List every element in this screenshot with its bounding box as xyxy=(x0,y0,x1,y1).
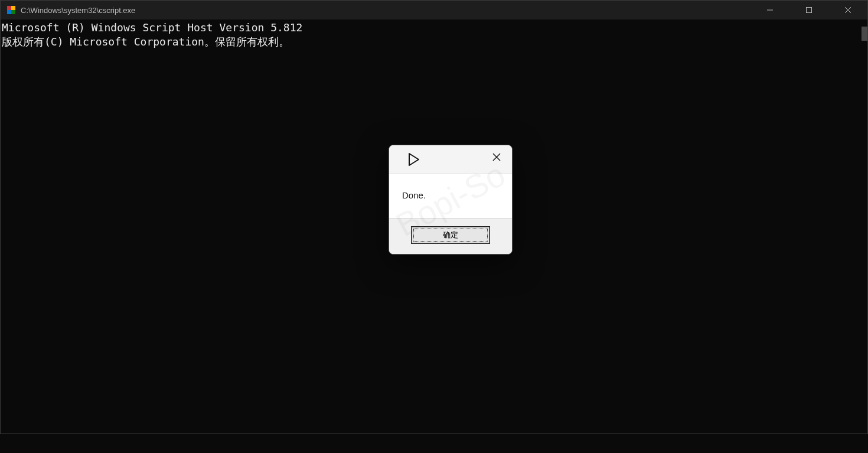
dialog-close-button[interactable] xyxy=(486,149,507,165)
svg-rect-0 xyxy=(7,6,11,10)
ok-button-label: 确定 xyxy=(443,230,458,240)
dialog-titlebar[interactable] xyxy=(389,145,512,174)
titlebar[interactable]: C:\Windows\system32\cscript.exe xyxy=(1,1,867,19)
svg-rect-5 xyxy=(807,8,812,13)
play-icon xyxy=(406,152,421,167)
console-line: Microsoft (R) Windows Script Host Versio… xyxy=(2,21,302,34)
dialog-message: Done. xyxy=(402,190,426,200)
svg-rect-3 xyxy=(11,10,15,14)
close-button[interactable] xyxy=(828,1,867,19)
scrollbar-track[interactable] xyxy=(862,19,867,434)
dialog-footer: 确定 xyxy=(389,218,512,254)
console-line: 版权所有(C) Microsoft Corporation。保留所有权利。 xyxy=(2,35,289,48)
window-title: C:\Windows\system32\cscript.exe xyxy=(21,6,135,15)
app-icon xyxy=(6,5,16,15)
svg-rect-1 xyxy=(11,6,15,10)
ok-button[interactable]: 确定 xyxy=(412,227,490,243)
message-dialog: Done. 确定 Bopi-So xyxy=(389,145,513,255)
minimize-button[interactable] xyxy=(750,1,789,19)
dialog-body: Done. xyxy=(389,174,512,218)
svg-rect-2 xyxy=(7,10,11,14)
maximize-button[interactable] xyxy=(789,1,828,19)
scrollbar-thumb[interactable] xyxy=(862,27,867,41)
window-controls xyxy=(750,1,867,19)
